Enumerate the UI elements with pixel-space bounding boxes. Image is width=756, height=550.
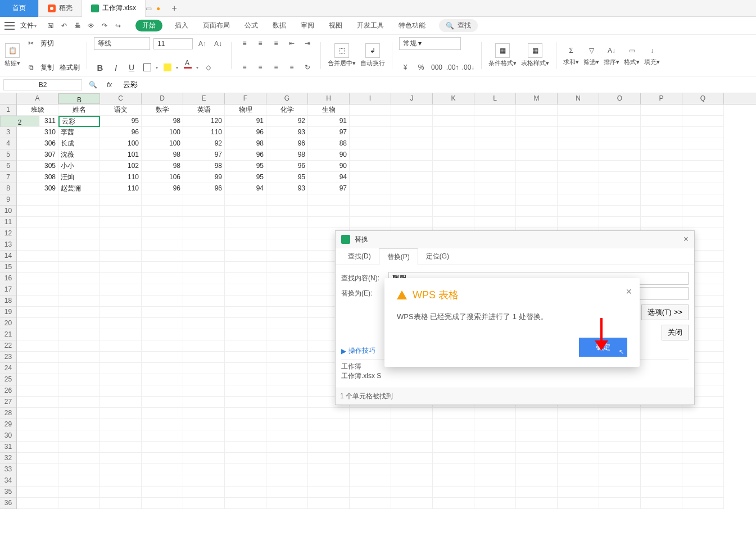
- alert-ok-button[interactable]: 确定↖: [579, 338, 627, 357]
- cell-Q32[interactable]: [682, 453, 724, 464]
- cell-L35[interactable]: [474, 487, 516, 498]
- row-header-7[interactable]: 7: [0, 172, 16, 183]
- cell-C17[interactable]: [100, 284, 142, 296]
- cell-D28[interactable]: [142, 408, 183, 419]
- cell-E29[interactable]: [183, 419, 225, 430]
- cell-M6[interactable]: [516, 161, 558, 172]
- col-header-N[interactable]: N: [558, 93, 599, 104]
- cell-G1[interactable]: 化学: [266, 104, 308, 116]
- options-button[interactable]: 选项(T) >>: [641, 304, 689, 320]
- cell-A35[interactable]: [17, 487, 58, 498]
- cell-C20[interactable]: [100, 318, 142, 329]
- cell-A7[interactable]: 308: [17, 172, 58, 183]
- cell-E30[interactable]: [183, 430, 225, 442]
- cell-G27[interactable]: [266, 397, 308, 408]
- cell-H5[interactable]: 90: [308, 149, 350, 161]
- cell-P33[interactable]: [641, 464, 682, 475]
- cell-B8[interactable]: 赵芸澜: [58, 183, 100, 194]
- row-header-34[interactable]: 34: [0, 475, 16, 487]
- cell-G15[interactable]: [266, 262, 308, 273]
- cell-O29[interactable]: [599, 419, 641, 430]
- paste-button[interactable]: 📋粘贴▾: [4, 43, 20, 67]
- cell-F31[interactable]: [225, 442, 266, 453]
- cell-N10[interactable]: [558, 206, 599, 217]
- cell-P36[interactable]: [641, 498, 682, 509]
- cell-M30[interactable]: [516, 430, 558, 442]
- cell-I28[interactable]: [350, 408, 391, 419]
- cell-E16[interactable]: [183, 273, 225, 284]
- cell-N3[interactable]: [558, 127, 599, 138]
- cell-I35[interactable]: [350, 487, 391, 498]
- tab-features[interactable]: 特色功能: [396, 20, 428, 31]
- cell-Q3[interactable]: [682, 127, 724, 138]
- cell-C32[interactable]: [100, 453, 142, 464]
- cell-G2[interactable]: 92: [266, 116, 308, 127]
- row-header-33[interactable]: 33: [0, 464, 16, 475]
- cell-C30[interactable]: [100, 430, 142, 442]
- cell-A11[interactable]: [17, 217, 58, 228]
- cell-N8[interactable]: [558, 183, 599, 194]
- cell-O28[interactable]: [599, 408, 641, 419]
- cell-E24[interactable]: [183, 363, 225, 374]
- cell-A12[interactable]: [17, 228, 58, 239]
- indent-dec-icon[interactable]: ⇤: [286, 37, 298, 49]
- find-cell-icon[interactable]: 🔍: [87, 79, 99, 91]
- cell-D4[interactable]: 100: [142, 138, 183, 149]
- cell-B5[interactable]: 沈薇: [58, 149, 100, 161]
- cell-F2[interactable]: 91: [225, 116, 266, 127]
- cell-K31[interactable]: [433, 442, 474, 453]
- row-header-16[interactable]: 16: [0, 273, 16, 284]
- cell-G24[interactable]: [266, 363, 308, 374]
- cell-E9[interactable]: [183, 194, 225, 206]
- cell-G29[interactable]: [266, 419, 308, 430]
- comma-icon[interactable]: 000: [431, 61, 443, 74]
- fx-button[interactable]: fx: [103, 81, 115, 89]
- cell-C21[interactable]: [100, 329, 142, 340]
- cell-Q7[interactable]: [682, 172, 724, 183]
- merge-button[interactable]: ⬚合并居中▾: [328, 43, 356, 67]
- cell-H7[interactable]: 94: [308, 172, 350, 183]
- cell-G25[interactable]: [266, 374, 308, 385]
- row-header-27[interactable]: 27: [0, 397, 16, 408]
- cell-E4[interactable]: 92: [183, 138, 225, 149]
- cell-H11[interactable]: [308, 217, 350, 228]
- cell-E22[interactable]: [183, 340, 225, 352]
- cell-J5[interactable]: [391, 149, 433, 161]
- cell-F8[interactable]: 94: [225, 183, 266, 194]
- cell-E27[interactable]: [183, 397, 225, 408]
- cell-B10[interactable]: [58, 206, 100, 217]
- col-header-D[interactable]: D: [142, 93, 183, 104]
- cell-Q10[interactable]: [682, 206, 724, 217]
- tab-pagelayout[interactable]: 页面布局: [201, 20, 232, 31]
- cell-K33[interactable]: [433, 464, 474, 475]
- cell-B9[interactable]: [58, 194, 100, 206]
- cell-L3[interactable]: [474, 127, 516, 138]
- cell-O3[interactable]: [599, 127, 641, 138]
- cell-F17[interactable]: [225, 284, 266, 296]
- cell-E3[interactable]: 110: [183, 127, 225, 138]
- dec-decimal-icon[interactable]: .00↓: [462, 61, 474, 74]
- cell-C19[interactable]: [100, 307, 142, 318]
- cell-N4[interactable]: [558, 138, 599, 149]
- cell-O30[interactable]: [599, 430, 641, 442]
- cell-K32[interactable]: [433, 453, 474, 464]
- close-button[interactable]: 关闭: [662, 325, 689, 340]
- cell-F34[interactable]: [225, 475, 266, 487]
- cell-A4[interactable]: 306: [17, 138, 58, 149]
- cell-E6[interactable]: 98: [183, 161, 225, 172]
- cell-F22[interactable]: [225, 340, 266, 352]
- indent-inc-icon[interactable]: ⇥: [301, 37, 314, 49]
- tab-data[interactable]: 数据: [270, 20, 288, 31]
- cell-F3[interactable]: 96: [225, 127, 266, 138]
- cell-H34[interactable]: [308, 475, 350, 487]
- cell-F32[interactable]: [225, 453, 266, 464]
- cell-N6[interactable]: [558, 161, 599, 172]
- cell-D6[interactable]: 98: [142, 161, 183, 172]
- cell-D22[interactable]: [142, 340, 183, 352]
- cell-B17[interactable]: [58, 284, 100, 296]
- cell-J6[interactable]: [391, 161, 433, 172]
- percent-icon[interactable]: %: [415, 61, 427, 74]
- cell-L34[interactable]: [474, 475, 516, 487]
- dialog-close-button[interactable]: ×: [683, 234, 689, 244]
- cell-C3[interactable]: 96: [100, 127, 142, 138]
